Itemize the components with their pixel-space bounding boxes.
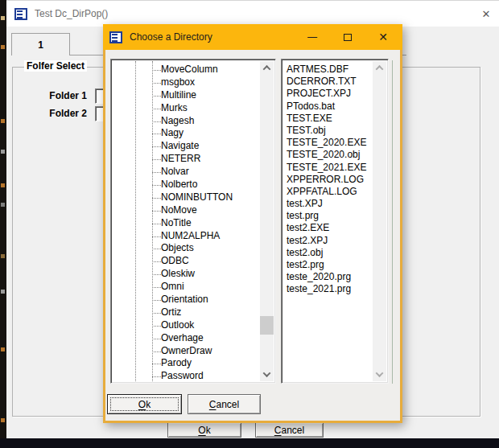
directory-scrollbar[interactable] <box>260 61 274 381</box>
directory-item[interactable]: NOMINBUTTON <box>113 191 260 204</box>
file-scrollbar[interactable] <box>373 61 386 381</box>
file-item[interactable]: TESTE_2020.obj <box>283 149 373 161</box>
tree-connector <box>152 287 161 288</box>
dialog-close-icon: ✕ <box>378 31 388 43</box>
file-item[interactable]: DCERROR.TXT <box>283 76 373 88</box>
scroll-down-button[interactable] <box>260 368 274 381</box>
dialog-ok-label: Ok <box>138 399 151 410</box>
tree-connector <box>152 121 161 122</box>
directory-item[interactable]: NoTitle <box>113 217 260 230</box>
tab-1[interactable]: 1 <box>11 33 70 55</box>
file-listbox[interactable]: ARTMES.DBF DCERROR.TXT PROJECT.XPJ PTodo… <box>281 59 389 384</box>
dialog-cancel-label: Cancel <box>209 399 239 410</box>
scroll-down-button[interactable] <box>373 368 386 381</box>
directory-item[interactable]: Nolberto <box>113 179 260 191</box>
tree-connector <box>152 351 161 352</box>
directory-item[interactable]: Murks <box>113 102 260 115</box>
file-item[interactable]: TEST.obj <box>283 125 373 137</box>
screenshot-stage: Test Dc_DirPop() ✕ 1 Folfer Select Folde… <box>0 0 499 448</box>
minimize-icon: — <box>307 31 317 43</box>
directory-item[interactable]: NETERR <box>113 153 260 166</box>
file-item[interactable]: XPPERROR.LOG <box>283 174 373 186</box>
background-app-strip <box>0 0 6 448</box>
dialog-cancel-button[interactable]: Cancel <box>188 394 261 414</box>
directory-item[interactable]: Orientation <box>113 294 260 306</box>
bottom-dark-strip <box>0 438 499 448</box>
directory-item[interactable]: Omni <box>113 281 260 294</box>
minimize-button[interactable]: — <box>295 24 330 50</box>
file-item[interactable]: test2.prg <box>283 259 373 271</box>
directory-item[interactable]: Nagesh <box>113 115 260 128</box>
file-item[interactable]: XPPFATAL.LOG <box>283 186 373 198</box>
tree-connector <box>152 236 161 237</box>
main-ok-button[interactable]: Ok <box>167 422 241 438</box>
tree-connector <box>152 300 161 301</box>
maximize-button[interactable] <box>330 24 365 50</box>
directory-listbox[interactable]: MoveColumn msgbox Multiline <box>110 59 276 384</box>
directory-item[interactable]: Ortiz <box>113 306 260 319</box>
tree-connector <box>152 185 161 186</box>
directory-item[interactable]: msgbox <box>113 76 260 89</box>
main-cancel-label: Cancel <box>274 425 304 436</box>
tree-connector <box>152 159 161 160</box>
file-item[interactable]: test2.EXE <box>283 222 373 234</box>
dialog-close-button[interactable]: ✕ <box>365 24 401 50</box>
directory-item[interactable]: MoveColumn <box>113 64 260 76</box>
directory-item[interactable]: OwnerDraw <box>113 345 260 358</box>
main-window-title: Test Dc_DirPop() <box>35 8 108 19</box>
close-button[interactable]: ✕ <box>475 1 497 27</box>
directory-item[interactable]: Objects <box>113 242 260 255</box>
chevron-up-icon <box>376 65 384 73</box>
dialog-icon <box>109 31 122 43</box>
choose-directory-dialog: Choose a Directory — ✕ <box>103 24 402 423</box>
directory-item[interactable]: Outlook <box>113 319 260 332</box>
tree-connector <box>152 198 161 199</box>
main-titlebar[interactable]: Test Dc_DirPop() <box>6 1 499 27</box>
tree-connector <box>152 146 161 147</box>
scrollbar-thumb[interactable] <box>260 316 274 335</box>
tree-connector <box>152 172 161 173</box>
file-item[interactable]: test.XPJ <box>283 198 373 210</box>
tree-connector <box>152 224 161 224</box>
directory-item[interactable]: Nolvar <box>113 166 260 179</box>
file-item[interactable]: PROJECT.XPJ <box>283 88 373 100</box>
file-item[interactable]: test2.XPJ <box>283 235 373 247</box>
app-icon <box>14 8 27 20</box>
directory-item[interactable]: Parody <box>113 357 260 370</box>
file-item[interactable]: ARTMES.DBF <box>283 64 373 76</box>
file-item[interactable]: TEST.EXE <box>283 113 373 125</box>
tree-connector <box>152 70 161 71</box>
directory-item[interactable]: NUM2ALPHA <box>113 230 260 243</box>
tree-connector <box>152 211 161 212</box>
scroll-up-button[interactable] <box>260 61 274 75</box>
scroll-up-button[interactable] <box>373 61 386 75</box>
tree-connector <box>152 326 161 327</box>
directory-item[interactable]: Overhage <box>113 332 260 345</box>
dialog-ok-button[interactable]: Ok <box>107 394 182 414</box>
directory-item[interactable]: Oleskiw <box>113 268 260 281</box>
tree-connector <box>152 96 161 97</box>
directory-list: MoveColumn msgbox Multiline <box>113 61 260 381</box>
file-list: ARTMES.DBF DCERROR.TXT PROJECT.XPJ PTodo… <box>283 61 373 381</box>
file-item[interactable]: teste_2020.prg <box>283 271 373 283</box>
file-item[interactable]: TESTE_2020.EXE <box>283 137 373 149</box>
main-cancel-button[interactable]: Cancel <box>255 422 324 438</box>
directory-item[interactable]: Navigate <box>113 140 260 153</box>
file-item[interactable]: test.prg <box>283 210 373 222</box>
dialog-title: Choose a Directory <box>130 31 212 43</box>
maximize-icon <box>344 34 352 41</box>
tree-connector <box>152 83 161 84</box>
file-item[interactable]: test2.obj <box>283 247 373 259</box>
close-icon: ✕ <box>482 8 491 20</box>
directory-item[interactable]: Multiline <box>113 89 260 102</box>
file-item[interactable]: PTodos.bat <box>283 101 373 113</box>
directory-item[interactable]: Password <box>113 370 260 381</box>
tree-connector <box>152 109 161 109</box>
file-item[interactable]: TESTE_2021.EXE <box>283 162 373 174</box>
directory-item[interactable]: Nagy <box>113 127 260 140</box>
folder2-label: Folder 2 <box>39 108 87 120</box>
file-item[interactable]: teste_2021.prg <box>283 283 373 295</box>
directory-item[interactable]: ODBC <box>113 255 260 268</box>
directory-item[interactable]: NoMove <box>113 204 260 217</box>
tree-connector <box>152 364 161 364</box>
